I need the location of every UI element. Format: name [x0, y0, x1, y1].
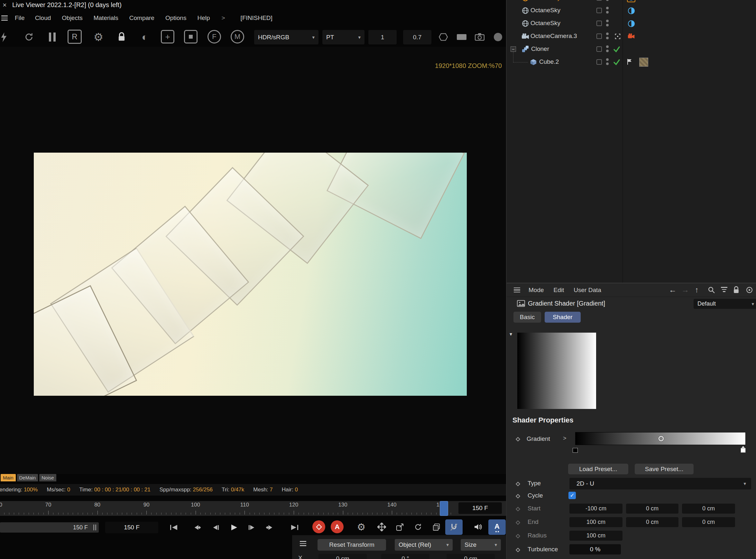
circle-icon[interactable] — [491, 29, 505, 45]
menu-item-mode[interactable]: Mode — [528, 287, 544, 294]
play-button[interactable] — [227, 521, 241, 534]
save-preset-button[interactable]: Save Preset... — [635, 464, 693, 474]
layer-toggle-icon[interactable] — [596, 46, 602, 52]
flag-tag-icon[interactable] — [627, 58, 633, 65]
menu-item-options[interactable]: Options — [165, 15, 186, 22]
visibility-dot-icon[interactable] — [606, 58, 609, 61]
rect-plane-icon[interactable] — [454, 29, 469, 45]
exposure-field[interactable]: 0.7 — [403, 30, 431, 44]
material-picker-icon[interactable]: M — [231, 30, 244, 43]
goto-start-button[interactable] — [166, 521, 181, 534]
x-size-field[interactable]: 0 ° — [381, 554, 429, 559]
gradient-preview[interactable] — [517, 333, 596, 409]
start-z-field[interactable]: 0 cm — [682, 504, 735, 514]
menu-item-edit[interactable]: Edit — [554, 287, 564, 294]
end-frame-field[interactable]: 150 F — [458, 502, 502, 514]
keyframe-magnet-toggle[interactable] — [445, 519, 463, 535]
autokey-button[interactable]: A — [331, 520, 344, 533]
key-diamond-icon[interactable] — [516, 482, 520, 486]
object-name[interactable]: Cloner — [531, 45, 549, 52]
goto-end-button[interactable] — [287, 521, 302, 534]
playhead[interactable] — [440, 501, 448, 516]
object-row[interactable]: − Cloner — [507, 43, 756, 56]
object-name[interactable]: OctaneSky — [530, 0, 560, 1]
object-row[interactable]: Cube.2 — [507, 56, 756, 69]
visibility-dot-icon[interactable] — [606, 0, 609, 1]
tab-main[interactable]: Main — [1, 474, 16, 482]
collapse-minus-icon[interactable]: − — [511, 46, 516, 52]
layer-toggle-icon[interactable] — [596, 59, 602, 65]
timeline-ruler[interactable]: 60708090100110120130140150 — [0, 501, 506, 516]
history-forward-icon[interactable]: → — [681, 285, 689, 294]
object-row[interactable]: OctaneSky — [507, 17, 756, 30]
start-x-field[interactable]: -100 cm — [569, 504, 622, 514]
expand-chevron-icon[interactable]: > — [563, 435, 567, 442]
hamburger-icon[interactable] — [1, 16, 8, 21]
menu-item-help[interactable]: Help — [197, 15, 210, 22]
object-name[interactable]: OctaneSky — [530, 7, 560, 14]
animation-filter-toggle[interactable]: A — [488, 519, 506, 535]
visibility-dot-icon[interactable] — [606, 7, 609, 9]
menu-item-objects[interactable]: Objects — [62, 15, 82, 22]
texture-tag-thumbnail[interactable] — [639, 58, 648, 67]
record-keyframe-button[interactable] — [312, 520, 325, 533]
start-y-field[interactable]: 0 cm — [626, 504, 679, 514]
coord-system-dropdown[interactable]: Object (Rel) ▾ — [395, 539, 453, 551]
preset-dropdown[interactable]: Default ▾ — [693, 299, 756, 309]
crosshair-icon[interactable] — [614, 33, 621, 40]
enabled-check-icon[interactable] — [613, 45, 620, 53]
enabled-check-icon[interactable] — [613, 58, 620, 66]
hamburger-icon[interactable] — [514, 288, 520, 293]
key-diamond-icon[interactable] — [516, 494, 520, 498]
prev-frame-button[interactable] — [208, 521, 223, 534]
layer-toggle-icon[interactable] — [596, 8, 602, 13]
tab-shader[interactable]: Shader — [545, 312, 581, 323]
key-rotation-icon[interactable] — [410, 520, 425, 533]
history-back-icon[interactable]: ← — [669, 285, 677, 294]
prev-key-button[interactable] — [190, 521, 205, 534]
object-name[interactable]: OctaneSky — [530, 20, 560, 27]
key-diamond-icon[interactable] — [516, 437, 520, 442]
region-render-icon[interactable]: R — [68, 30, 82, 44]
filter-icon[interactable] — [721, 287, 727, 292]
object-name[interactable]: OctaneCamera.3 — [530, 32, 577, 40]
current-frame-field[interactable]: 150 F — [105, 522, 158, 533]
hamburger-icon[interactable] — [300, 541, 306, 546]
object-row[interactable]: OctaneSky — [507, 0, 756, 4]
menu-item-user-data[interactable]: User Data — [574, 287, 601, 294]
gradient-knot-black[interactable] — [573, 446, 578, 453]
next-key-button[interactable] — [262, 521, 277, 534]
sky-tag-icon[interactable] — [628, 7, 635, 15]
settings-gear-icon[interactable]: ⚙ — [91, 29, 106, 45]
visibility-dot-icon[interactable] — [606, 63, 609, 65]
next-frame-button[interactable] — [244, 521, 259, 534]
tab-basic[interactable]: Basic — [514, 312, 541, 323]
end-x-field[interactable]: 100 cm — [569, 517, 622, 527]
lock-icon[interactable] — [733, 286, 739, 294]
key-position-icon[interactable] — [374, 520, 389, 533]
x-rotation-field[interactable]: 0 cm — [447, 554, 495, 559]
film-region-icon[interactable]: F — [208, 30, 221, 43]
end-y-field[interactable]: 0 cm — [626, 517, 679, 527]
key-diamond-icon[interactable] — [516, 548, 520, 552]
camera-tag-icon[interactable] — [628, 33, 635, 39]
environment-tag-icon[interactable] — [627, 0, 635, 2]
clay-mode-icon[interactable]: ◐ — [137, 29, 152, 45]
tab-demain[interactable]: DeMain — [17, 474, 38, 482]
x-position-field[interactable]: 0 cm — [318, 554, 367, 559]
object-name[interactable]: Cube.2 — [539, 58, 559, 65]
object-row[interactable]: OctaneSky — [507, 4, 756, 17]
lock-resolution-icon[interactable] — [114, 29, 129, 45]
hexagon-material-icon[interactable] — [436, 29, 450, 45]
gradient-bar[interactable] — [575, 432, 746, 445]
add-region-icon[interactable]: + — [161, 30, 174, 43]
collapse-arrow-icon[interactable]: ▾ — [510, 331, 512, 337]
visibility-dot-icon[interactable] — [606, 24, 609, 26]
sub-region-icon[interactable] — [184, 30, 197, 43]
layer-toggle-icon[interactable] — [596, 0, 602, 1]
radius-field[interactable]: 100 cm — [569, 531, 622, 541]
object-row[interactable]: OctaneCamera.3 — [507, 30, 756, 43]
layer-toggle-icon[interactable] — [596, 33, 602, 39]
visibility-dot-icon[interactable] — [606, 11, 609, 14]
menu-item-file[interactable]: File — [15, 15, 25, 22]
